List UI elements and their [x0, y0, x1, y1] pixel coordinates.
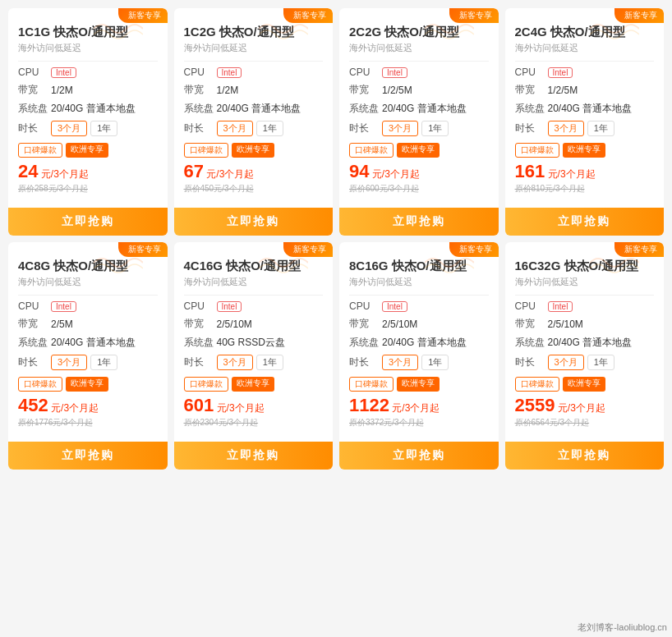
- disk-value: 20/40G 普通本地盘: [382, 102, 467, 116]
- disk-value: 20/40G 普通本地盘: [51, 102, 136, 116]
- duration-3month-btn[interactable]: 3个月: [382, 121, 418, 136]
- bandwidth-label: 带宽: [18, 317, 48, 331]
- price-unit: 元/3个月起: [51, 402, 99, 414]
- duration-3month-btn[interactable]: 3个月: [548, 121, 584, 136]
- tag-europe: 欧洲专享: [397, 377, 440, 392]
- duration-3month-btn[interactable]: 3个月: [51, 121, 87, 136]
- cpu-row: CPU Intel: [349, 300, 489, 312]
- price-main: 2559: [515, 395, 555, 415]
- disk-label: 系统盘: [349, 102, 379, 116]
- disk-value: 20/40G 普通本地盘: [51, 336, 136, 350]
- tags-row: 口碑爆款 欧洲专享: [18, 377, 158, 392]
- cpu-row: CPU Intel: [184, 66, 324, 78]
- card-subtitle: 海外访问低延迟: [349, 42, 489, 54]
- duration-1year-btn[interactable]: 1年: [90, 121, 117, 136]
- cpu-label: CPU: [18, 300, 48, 312]
- disk-value: 20/40G 普通本地盘: [382, 336, 467, 350]
- bandwidth-value: 2/5M: [51, 318, 73, 330]
- cpu-row: CPU Intel: [18, 300, 158, 312]
- duration-row: 时长 3个月 1年: [349, 121, 489, 136]
- disk-label: 系统盘: [184, 102, 214, 116]
- disk-label: 系统盘: [515, 102, 545, 116]
- buy-button[interactable]: 立即抢购: [174, 442, 334, 470]
- disk-row: 系统盘 20/40G 普通本地盘: [18, 336, 158, 350]
- duration-row: 时长 3个月 1年: [184, 355, 324, 370]
- price-main: 161: [515, 161, 545, 181]
- duration-1year-btn[interactable]: 1年: [256, 121, 283, 136]
- bandwidth-row: 带宽 2/5/10M: [515, 317, 655, 331]
- price-original: 原价3372元/3个月起: [349, 417, 489, 428]
- intel-badge: Intel: [548, 301, 573, 312]
- buy-button[interactable]: 立即抢购: [505, 442, 665, 470]
- buy-button[interactable]: 立即抢购: [505, 208, 665, 236]
- tag-europe: 欧洲专享: [66, 377, 108, 392]
- tags-row: 口碑爆款 欧洲专享: [515, 143, 655, 158]
- duration-1year-btn[interactable]: 1年: [587, 121, 614, 136]
- intel-badge: Intel: [217, 301, 242, 312]
- buy-button[interactable]: 立即抢购: [8, 208, 168, 236]
- duration-3month-btn[interactable]: 3个月: [548, 355, 584, 370]
- price-main: 452: [18, 395, 48, 415]
- product-card-card-8c16g: 新客专享 8C16G 快杰O/通用型 海外访问低延迟 CPU Intel 带宽 …: [339, 242, 499, 470]
- price-section: 67 元/3个月起 原价450元/3个月起: [184, 161, 324, 195]
- wave-decoration: [425, 250, 474, 275]
- bandwidth-row: 带宽 2/5/10M: [349, 317, 489, 331]
- duration-3month-btn[interactable]: 3个月: [382, 355, 418, 370]
- price-unit: 元/3个月起: [217, 402, 265, 414]
- price-original: 原价258元/3个月起: [18, 183, 158, 195]
- cpu-label: CPU: [18, 66, 48, 78]
- price-main: 67: [184, 161, 204, 181]
- disk-row: 系统盘 20/40G 普通本地盘: [515, 336, 655, 350]
- price-original: 原价1776元/3个月起: [18, 417, 158, 428]
- duration-label: 时长: [18, 355, 48, 369]
- buy-button[interactable]: 立即抢购: [8, 442, 168, 470]
- price-unit: 元/3个月起: [548, 168, 596, 180]
- price-section: 94 元/3个月起 原价600元/3个月起: [349, 161, 489, 195]
- product-card-card-4c16g: 新客专享 4C16G 快杰O/通用型 海外访问低延迟 CPU Intel 带宽 …: [174, 242, 334, 470]
- cpu-label: CPU: [184, 300, 214, 312]
- duration-label: 时长: [184, 121, 214, 135]
- card-subtitle: 海外访问低延迟: [515, 42, 655, 54]
- duration-3month-btn[interactable]: 3个月: [217, 121, 253, 136]
- buy-button[interactable]: 立即抢购: [174, 208, 334, 236]
- duration-3month-btn[interactable]: 3个月: [217, 355, 253, 370]
- tags-row: 口碑爆款 欧洲专享: [349, 377, 489, 392]
- duration-row: 时长 3个月 1年: [515, 355, 655, 370]
- duration-label: 时长: [515, 121, 545, 135]
- duration-row: 时长 3个月 1年: [184, 121, 324, 136]
- intel-badge: Intel: [51, 301, 76, 312]
- disk-label: 系统盘: [18, 102, 48, 116]
- tag-europe: 欧洲专享: [66, 143, 108, 158]
- card-body-card-8c16g: 新客专享 8C16G 快杰O/通用型 海外访问低延迟 CPU Intel 带宽 …: [339, 242, 499, 442]
- wave-decoration: [590, 16, 639, 41]
- bandwidth-value: 1/2/5M: [548, 85, 578, 96]
- buy-button[interactable]: 立即抢购: [339, 442, 499, 470]
- duration-1year-btn[interactable]: 1年: [421, 121, 449, 136]
- bandwidth-value: 1/2/5M: [382, 85, 412, 96]
- duration-1year-btn[interactable]: 1年: [90, 355, 117, 370]
- duration-1year-btn[interactable]: 1年: [587, 355, 614, 370]
- disk-row: 系统盘 20/40G 普通本地盘: [349, 102, 489, 116]
- cpu-label: CPU: [349, 300, 379, 312]
- price-unit: 元/3个月起: [206, 168, 254, 180]
- duration-label: 时长: [349, 121, 379, 135]
- price-original: 原价6564元/3个月起: [515, 417, 655, 428]
- duration-3month-btn[interactable]: 3个月: [51, 355, 87, 370]
- duration-1year-btn[interactable]: 1年: [421, 355, 449, 370]
- bandwidth-value: 2/5/10M: [548, 318, 583, 330]
- price-section: 601 元/3个月起 原价2304元/3个月起: [184, 395, 324, 428]
- duration-label: 时长: [18, 121, 48, 135]
- tag-popular: 口碑爆款: [515, 377, 559, 392]
- tag-popular: 口碑爆款: [515, 143, 559, 158]
- card-subtitle: 海外访问低延迟: [184, 42, 324, 54]
- tags-row: 口碑爆款 欧洲专享: [349, 143, 489, 158]
- card-body-card-16c32g: 新客专享 16C32G 快杰O/通用型 海外访问低延迟 CPU Intel 带宽…: [505, 242, 665, 442]
- bandwidth-label: 带宽: [184, 317, 214, 331]
- duration-1year-btn[interactable]: 1年: [256, 355, 283, 370]
- cpu-row: CPU Intel: [515, 300, 655, 312]
- intel-badge: Intel: [382, 67, 407, 78]
- price-unit: 元/3个月起: [372, 168, 420, 180]
- buy-button[interactable]: 立即抢购: [339, 208, 499, 236]
- product-card-card-16c32g: 新客专享 16C32G 快杰O/通用型 海外访问低延迟 CPU Intel 带宽…: [505, 242, 665, 470]
- wave-decoration: [94, 250, 143, 275]
